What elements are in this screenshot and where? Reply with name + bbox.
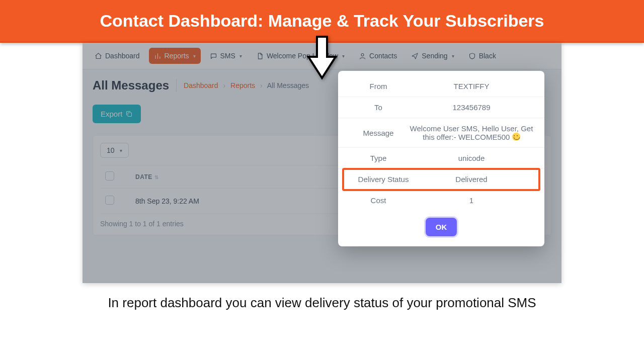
- screenshot-stage: Dashboard Reports ▾ SMS ▾ Welcome Pop Up…: [83, 43, 561, 283]
- emoji-icon: [512, 133, 520, 141]
- message-detail-modal: From TEXTIFFY To 123456789 Message Welco…: [338, 71, 544, 246]
- message-label: Message: [348, 129, 409, 137]
- message-value: Welcome User SMS, Hello User, Get this o…: [409, 124, 534, 141]
- annotation-arrow-icon: [304, 35, 340, 82]
- modal-row-cost: Cost 1: [338, 190, 544, 211]
- to-value: 123456789: [409, 103, 534, 112]
- type-value: unicode: [409, 154, 534, 162]
- status-value: Delivered: [414, 175, 529, 184]
- cost-value: 1: [409, 196, 534, 205]
- status-label: Delivery Status: [353, 175, 414, 184]
- type-label: Type: [348, 154, 409, 162]
- modal-row-from: From TEXTIFFY: [338, 76, 544, 97]
- modal-row-to: To 123456789: [338, 97, 544, 118]
- modal-row-type: Type unicode: [338, 148, 544, 169]
- from-label: From: [348, 82, 409, 90]
- cost-label: Cost: [348, 196, 409, 205]
- modal-row-delivery-status: Delivery Status Delivered: [343, 169, 539, 190]
- to-label: To: [348, 103, 409, 112]
- caption-text: In report dashboard you can view deliver…: [0, 295, 644, 311]
- from-value: TEXTIFFY: [409, 82, 534, 90]
- ok-button[interactable]: OK: [426, 218, 457, 236]
- modal-row-message: Message Welcome User SMS, Hello User, Ge…: [338, 118, 544, 148]
